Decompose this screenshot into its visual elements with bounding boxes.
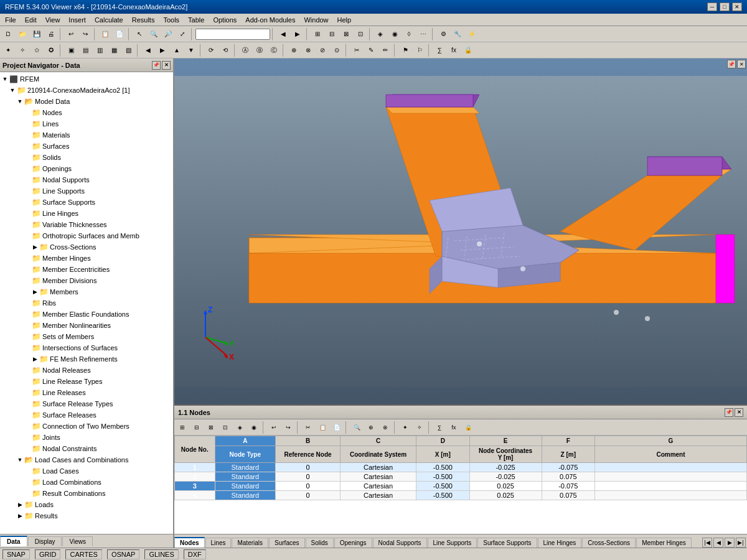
tree-surface-supports[interactable]: 📁 Surface Supports	[0, 197, 173, 208]
tab-cross-sections[interactable]: Cross-Sections	[582, 538, 636, 548]
menu-calculate[interactable]: Calculate	[91, 15, 127, 25]
tb-zoom-all[interactable]: ⤢	[176, 27, 189, 41]
tab-lines[interactable]: Lines	[205, 538, 232, 548]
tree-solids[interactable]: 📁 Solids	[0, 152, 173, 163]
close-button[interactable]: ✕	[732, 2, 742, 11]
tb2-btn-15[interactable]: ⟲	[218, 44, 232, 57]
tb-open[interactable]: 📁	[16, 27, 29, 41]
tab-member-hinges[interactable]: Member Hinges	[636, 538, 692, 548]
tab-openings[interactable]: Openings	[334, 538, 372, 548]
tb2-btn-18[interactable]: Ⓒ	[267, 44, 281, 57]
tree-load-cases[interactable]: 📁 Load Cases	[0, 465, 173, 477]
tree-connection-two-members[interactable]: 📁 Connection of Two Members	[0, 421, 173, 432]
tb-copy[interactable]: 📋	[98, 27, 112, 41]
bt-btn-1[interactable]: ⊞	[176, 421, 189, 434]
tb-zoom-out[interactable]: 🔎	[161, 27, 175, 41]
tab-solids[interactable]: Solids	[306, 538, 334, 548]
tree-load-combinations[interactable]: 📁 Load Combinations	[0, 477, 173, 488]
tree-member-divisions[interactable]: 📁 Member Divisions	[0, 275, 173, 286]
tree-openings[interactable]: 📁 Openings	[0, 163, 173, 174]
tb-btn-11[interactable]: ◈	[374, 27, 387, 41]
tree-surfaces[interactable]: 📁 Surfaces	[0, 141, 173, 152]
tb2-btn-2[interactable]: ✧	[16, 44, 29, 57]
bt-btn-17[interactable]: ∑	[433, 421, 446, 434]
tree-surface-releases[interactable]: 📁 Surface Releases	[0, 409, 173, 421]
tb2-btn-20[interactable]: ⊗	[301, 44, 315, 57]
tb-print[interactable]: 🖨	[44, 27, 58, 41]
tb-btn-13[interactable]: ◊	[402, 27, 416, 41]
tree-members[interactable]: ▶ 📁 Members	[0, 286, 173, 297]
tb2-btn-23[interactable]: ✂	[350, 44, 364, 57]
tree-surface-release-types[interactable]: 📁 Surface Release Types	[0, 398, 173, 409]
tb2-btn-12[interactable]: ▲	[170, 44, 184, 57]
tree-orthotropic[interactable]: 📁 Orthotropic Surfaces and Memb	[0, 230, 173, 241]
tab-nodal-supports[interactable]: Nodal Supports	[373, 538, 427, 548]
menu-table[interactable]: Table	[184, 15, 208, 25]
tb2-btn-21[interactable]: ⊘	[316, 44, 329, 57]
status-dxf[interactable]: DXF	[184, 549, 206, 559]
bottom-pin-button[interactable]: 📌	[725, 408, 733, 417]
table-nav-first[interactable]: |◀	[702, 538, 712, 548]
tree-nodal-releases[interactable]: 📁 Nodal Releases	[0, 365, 173, 376]
tb-btn-7[interactable]: ⊞	[311, 27, 324, 41]
table-scroll[interactable]: Node No. A B C D E F G Node Type	[174, 436, 747, 534]
panel-close-button[interactable]: ✕	[162, 61, 171, 70]
tb-paste[interactable]: 📄	[113, 27, 126, 41]
tb2-btn-29[interactable]: fx	[447, 44, 461, 57]
view-pin-button[interactable]: 📌	[727, 60, 736, 68]
tab-surfaces[interactable]: Surfaces	[269, 538, 304, 548]
tree-intersections[interactable]: 📁 Intersections of Surfaces	[0, 342, 173, 353]
bt-btn-3[interactable]: ⊠	[204, 421, 218, 434]
table-row[interactable]: 3 Standard 0 Cartesian -0.500 0.025 -0.0…	[175, 482, 747, 491]
bottom-close-button[interactable]: ✕	[735, 408, 743, 417]
tb-btn-14[interactable]: ⋯	[416, 27, 430, 41]
bt-btn-10[interactable]: 📋	[316, 421, 329, 434]
tree-ribs[interactable]: 📁 Ribs	[0, 297, 173, 309]
tree-line-hinges[interactable]: 📁 Line Hinges	[0, 208, 173, 219]
menu-view[interactable]: View	[42, 15, 64, 25]
tree-member-hinges[interactable]: 📁 Member Hinges	[0, 253, 173, 264]
tree-line-supports[interactable]: 📁 Line Supports	[0, 185, 173, 197]
tb2-btn-9[interactable]: ▧	[121, 44, 135, 57]
tree-joints[interactable]: 📁 Joints	[0, 432, 173, 443]
bt-btn-7[interactable]: ↩	[267, 421, 281, 434]
tb2-btn-6[interactable]: ▤	[78, 44, 92, 57]
tb-redo[interactable]: ↪	[78, 27, 92, 41]
tree-nodal-constraints[interactable]: 📁 Nodal Constraints	[0, 443, 173, 454]
bt-btn-9[interactable]: ✂	[301, 421, 315, 434]
status-grid[interactable]: GRID	[35, 549, 61, 559]
tree-line-release-types[interactable]: 📁 Line Release Types	[0, 376, 173, 387]
menu-tools[interactable]: Tools	[159, 15, 183, 25]
tree-loads[interactable]: ▶ 📁 Loads	[0, 499, 173, 510]
tb2-btn-14[interactable]: ⟳	[204, 44, 218, 57]
minimize-button[interactable]: ─	[707, 2, 717, 11]
tab-materials[interactable]: Materials	[232, 538, 268, 548]
tb-btn-10[interactable]: ⊡	[354, 27, 367, 41]
tab-line-hinges[interactable]: Line Hinges	[538, 538, 582, 548]
tb-undo[interactable]: ↩	[64, 27, 78, 41]
tab-display[interactable]: Display	[28, 536, 62, 546]
tab-line-supports[interactable]: Line Supports	[428, 538, 477, 548]
tab-surface-supports[interactable]: Surface Supports	[477, 538, 537, 548]
table-nav-prev[interactable]: ◀	[713, 538, 723, 548]
tb2-btn-26[interactable]: ⚑	[398, 44, 412, 57]
tab-views[interactable]: Views	[62, 536, 93, 546]
tb2-btn-10[interactable]: ◀	[141, 44, 155, 57]
tb-btn-12[interactable]: ◉	[388, 27, 402, 41]
tb2-btn-17[interactable]: Ⓑ	[253, 44, 266, 57]
menu-window[interactable]: Window	[300, 15, 332, 25]
tree-line-releases[interactable]: 📁 Line Releases	[0, 387, 173, 398]
tree-project[interactable]: ▼ 📁 210914-ConexaoMadeiraAco2 [1]	[0, 85, 173, 96]
tb-btn-15[interactable]: ⚙	[436, 27, 450, 41]
tb-new[interactable]: 🗋	[1, 27, 15, 41]
tree-member-eccentricities[interactable]: 📁 Member Eccentricities	[0, 264, 173, 275]
bt-btn-16[interactable]: ✧	[413, 421, 426, 434]
tree-variable-thicknesses[interactable]: 📁 Variable Thicknesses	[0, 219, 173, 230]
tb-save[interactable]: 💾	[30, 27, 44, 41]
tb2-btn-25[interactable]: ✏	[378, 44, 392, 57]
tree-results[interactable]: ▶ 📁 Results	[0, 510, 173, 521]
table-row[interactable]: 1 Standard 0 Cartesian -0.500 -0.025 -0.…	[175, 463, 747, 472]
tb2-btn-16[interactable]: Ⓐ	[238, 44, 252, 57]
tree-lines[interactable]: 📁 Lines	[0, 118, 173, 129]
bt-btn-8[interactable]: ↪	[281, 421, 295, 434]
